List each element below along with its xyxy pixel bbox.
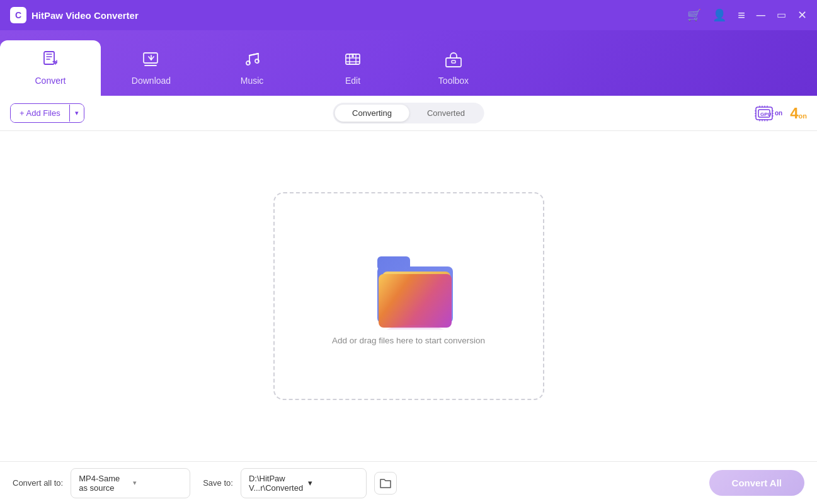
logo-icon: C <box>10 7 26 23</box>
svg-rect-0 <box>44 52 54 64</box>
minimize-button[interactable]: ─ <box>757 9 765 21</box>
music-icon <box>242 49 262 72</box>
gpu-on-label: on <box>775 110 782 117</box>
speed-on-label: on <box>799 112 807 120</box>
navbar: Convert Download Music <box>0 30 817 96</box>
converted-tab[interactable]: Converted <box>409 105 483 122</box>
drop-zone-text: Add or drag files here to start conversi… <box>332 336 485 345</box>
converting-tab[interactable]: Converting <box>334 105 409 122</box>
bottombar: Convert all to: MP4-Same as source ▾ Sav… <box>0 461 817 504</box>
toolbar-right: GPU on 4 on <box>755 105 807 122</box>
open-folder-button[interactable] <box>374 472 397 495</box>
drop-zone[interactable]: Add or drag files here to start conversi… <box>273 192 544 400</box>
maximize-button[interactable]: ▭ <box>777 10 786 20</box>
titlebar: C HitPaw Video Converter 🛒 👤 ≡ ─ ▭ ✕ <box>0 0 817 30</box>
svg-point-3 <box>255 59 259 63</box>
save-to-label: Save to: <box>203 478 233 488</box>
tab-edit[interactable]: Edit <box>302 40 403 96</box>
download-icon <box>141 49 161 72</box>
gpu-on-badge[interactable]: GPU on <box>755 105 782 122</box>
svg-point-5 <box>351 55 354 57</box>
main-content: Add or drag files here to start conversi… <box>0 131 817 461</box>
path-select[interactable]: D:\HitPaw V...r\Converted ▾ <box>241 468 367 498</box>
convert-all-to-label: Convert all to: <box>13 478 63 488</box>
add-files-dropdown-arrow[interactable]: ▾ <box>69 105 84 122</box>
svg-point-2 <box>246 61 250 65</box>
account-icon[interactable]: 👤 <box>712 8 726 22</box>
tab-convert[interactable]: Convert <box>0 40 101 96</box>
path-chevron-icon: ▾ <box>308 478 358 488</box>
path-value: D:\HitPaw V...r\Converted <box>249 474 303 493</box>
toolbox-icon <box>443 49 464 72</box>
svg-text:GPU: GPU <box>760 112 772 117</box>
svg-rect-12 <box>377 256 410 270</box>
format-chevron-icon: ▾ <box>133 479 182 487</box>
tab-toolbox[interactable]: Toolbox <box>403 40 504 96</box>
edit-icon <box>343 49 363 72</box>
app-title: HitPaw Video Converter <box>31 10 139 21</box>
menu-icon[interactable]: ≡ <box>738 8 745 23</box>
tab-download[interactable]: Download <box>101 40 202 96</box>
cart-icon[interactable]: 🛒 <box>687 8 701 22</box>
add-files-button[interactable]: + Add Files ▾ <box>10 103 84 123</box>
svg-rect-6 <box>446 58 461 67</box>
speed-badge[interactable]: 4 on <box>790 106 807 121</box>
svg-rect-7 <box>452 60 455 63</box>
tab-edit-label: Edit <box>345 76 360 86</box>
app-logo: C HitPaw Video Converter <box>10 7 139 23</box>
tab-toolbox-label: Toolbox <box>438 76 469 86</box>
convert-icon <box>40 49 60 72</box>
tab-convert-label: Convert <box>35 76 66 86</box>
svg-rect-1 <box>144 53 157 63</box>
add-files-label: + Add Files <box>20 108 60 118</box>
tab-toggle: Converting Converted <box>333 103 484 123</box>
svg-rect-14 <box>379 274 452 328</box>
tab-music-label: Music <box>241 76 264 86</box>
tab-music[interactable]: Music <box>202 40 302 96</box>
close-button[interactable]: ✕ <box>797 9 807 21</box>
toolbar: + Add Files ▾ Converting Converted GPU o… <box>0 96 817 131</box>
titlebar-controls: 🛒 👤 ≡ ─ ▭ ✕ <box>687 8 807 23</box>
format-value: MP4-Same as source <box>79 474 128 493</box>
convert-all-button[interactable]: Convert All <box>709 470 804 496</box>
speed-number: 4 <box>790 106 798 121</box>
format-select[interactable]: MP4-Same as source ▾ <box>71 468 190 498</box>
add-files-main[interactable]: + Add Files <box>11 104 69 122</box>
tab-download-label: Download <box>132 76 171 86</box>
folder-illustration <box>365 248 453 323</box>
